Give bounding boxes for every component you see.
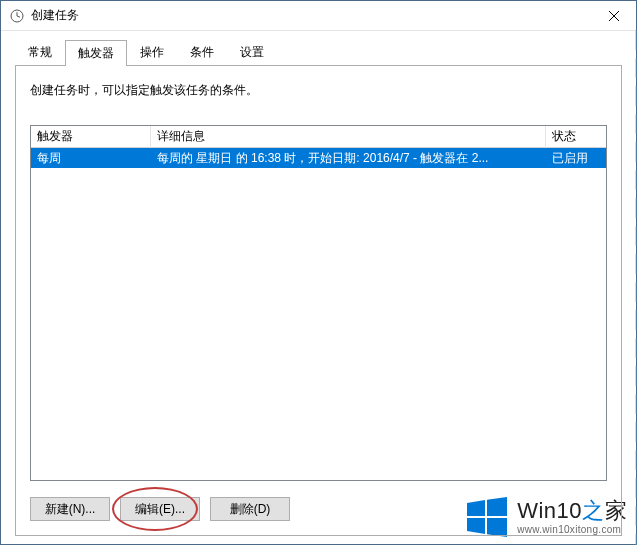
tab-actions[interactable]: 操作 <box>127 39 177 65</box>
button-row: 新建(N)... 编辑(E)... 删除(D) <box>30 497 607 521</box>
cell-status: 已启用 <box>546 148 606 169</box>
listview-body: 每周 每周的 星期日 的 16:38 时，开始日期: 2016/4/7 - 触发… <box>31 148 606 480</box>
column-header-trigger[interactable]: 触发器 <box>31 125 151 148</box>
client-area: 常规 触发器 操作 条件 设置 创建任务时，可以指定触发该任务的条件。 触发器 … <box>1 31 636 544</box>
titlebar: 创建任务 <box>1 1 636 31</box>
trigger-row[interactable]: 每周 每周的 星期日 的 16:38 时，开始日期: 2016/4/7 - 触发… <box>31 148 606 168</box>
triggers-listview[interactable]: 触发器 详细信息 状态 每周 每周的 星期日 的 16:38 时，开始日期: 2… <box>30 125 607 481</box>
delete-button[interactable]: 删除(D) <box>210 497 290 521</box>
tab-general[interactable]: 常规 <box>15 39 65 65</box>
triggers-panel: 创建任务时，可以指定触发该任务的条件。 触发器 详细信息 状态 每周 每周的 星… <box>15 65 622 536</box>
column-header-status[interactable]: 状态 <box>546 125 606 148</box>
new-button[interactable]: 新建(N)... <box>30 497 110 521</box>
tab-settings[interactable]: 设置 <box>227 39 277 65</box>
close-icon <box>609 11 619 21</box>
close-button[interactable] <box>591 1 636 30</box>
listview-header: 触发器 详细信息 状态 <box>31 126 606 148</box>
cell-detail: 每周的 星期日 的 16:38 时，开始日期: 2016/4/7 - 触发器在 … <box>151 148 546 169</box>
panel-description: 创建任务时，可以指定触发该任务的条件。 <box>30 82 607 99</box>
edit-button[interactable]: 编辑(E)... <box>120 497 200 521</box>
column-header-detail[interactable]: 详细信息 <box>151 125 546 148</box>
create-task-window: 创建任务 常规 触发器 操作 条件 设置 创建任务时，可以指定触发该任务的条件。… <box>0 0 637 545</box>
tab-triggers[interactable]: 触发器 <box>65 40 127 66</box>
tab-conditions[interactable]: 条件 <box>177 39 227 65</box>
clock-icon <box>9 8 25 24</box>
svg-line-2 <box>17 16 20 17</box>
tabstrip: 常规 触发器 操作 条件 设置 <box>15 39 622 65</box>
window-title: 创建任务 <box>31 7 591 24</box>
cell-trigger: 每周 <box>31 148 151 169</box>
